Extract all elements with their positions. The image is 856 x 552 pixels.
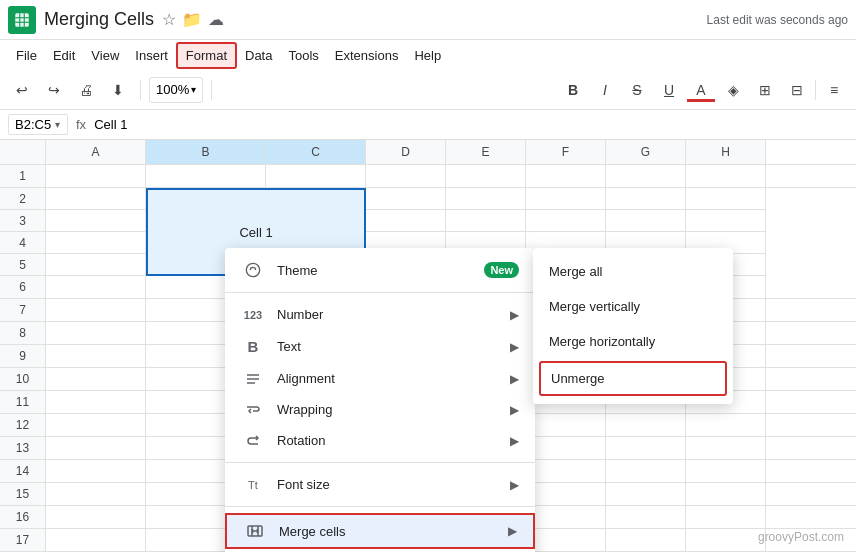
strikethrough-button[interactable]: S (623, 76, 651, 104)
cell-c1[interactable] (266, 165, 366, 187)
cell-a2[interactable] (46, 188, 146, 210)
cell-d2[interactable] (366, 188, 446, 210)
cell-f14[interactable] (526, 460, 606, 482)
cell-h14[interactable] (686, 460, 766, 482)
cell-a9[interactable] (46, 345, 146, 367)
text-color-button[interactable]: A (687, 76, 715, 104)
cell-f15[interactable] (526, 483, 606, 505)
cell-a10[interactable] (46, 368, 146, 390)
cell-g13[interactable] (606, 437, 686, 459)
bold-button[interactable]: B (559, 76, 587, 104)
cell-g15[interactable] (606, 483, 686, 505)
cell-a8[interactable] (46, 322, 146, 344)
row-num-12: 12 (0, 414, 46, 436)
menu-edit[interactable]: Edit (45, 44, 83, 67)
fill-color-button[interactable]: ◈ (719, 76, 747, 104)
cell-f2[interactable] (526, 188, 606, 210)
cell-d3[interactable] (366, 210, 446, 232)
cell-b1[interactable] (146, 165, 266, 187)
dropdown-rotation[interactable]: Rotation ▶ (225, 425, 535, 456)
cell-h16[interactable] (686, 506, 766, 528)
redo-button[interactable]: ↪ (40, 76, 68, 104)
cell-g17[interactable] (606, 529, 686, 551)
cell-f12[interactable] (526, 414, 606, 436)
cell-h12[interactable] (686, 414, 766, 436)
cell-h1[interactable] (686, 165, 766, 187)
row-num-17: 17 (0, 529, 46, 551)
cell-g16[interactable] (606, 506, 686, 528)
submenu-merge-horizontally[interactable]: Merge horizontally (533, 324, 733, 359)
align-button[interactable]: ≡ (820, 76, 848, 104)
menu-tools[interactable]: Tools (280, 44, 326, 67)
dropdown-wrapping[interactable]: Wrapping ▶ (225, 394, 535, 425)
dropdown-font-size[interactable]: Tt Font size ▶ (225, 469, 535, 500)
cell-e3[interactable] (446, 210, 526, 232)
dropdown-theme[interactable]: Theme New (225, 254, 535, 286)
cell-g3[interactable] (606, 210, 686, 232)
cell-g14[interactable] (606, 460, 686, 482)
cell-a6[interactable] (46, 276, 146, 298)
cell-a12[interactable] (46, 414, 146, 436)
folder-icon[interactable]: 📁 (182, 10, 202, 29)
submenu-merge-vertically[interactable]: Merge vertically (533, 289, 733, 324)
cell-e2[interactable] (446, 188, 526, 210)
cell-a15[interactable] (46, 483, 146, 505)
cell-h13[interactable] (686, 437, 766, 459)
cell-g1[interactable] (606, 165, 686, 187)
cell-a1[interactable] (46, 165, 146, 187)
corner-header (0, 140, 46, 164)
zoom-select[interactable]: 100% ▾ (149, 77, 203, 103)
cell-f17[interactable] (526, 529, 606, 551)
svg-rect-0 (15, 13, 29, 27)
cell-reference[interactable]: B2:C5 ▾ (8, 114, 68, 135)
menu-file[interactable]: File (8, 44, 45, 67)
font-size-arrow-icon: ▶ (510, 478, 519, 492)
cell-a13[interactable] (46, 437, 146, 459)
menu-view[interactable]: View (83, 44, 127, 67)
cell-h3[interactable] (686, 210, 766, 232)
cell-a3[interactable] (46, 210, 146, 232)
cell-f1[interactable] (526, 165, 606, 187)
borders-button[interactable]: ⊞ (751, 76, 779, 104)
cell-a11[interactable] (46, 391, 146, 413)
formula-input[interactable] (94, 117, 848, 132)
italic-button[interactable]: I (591, 76, 619, 104)
submenu-merge-all[interactable]: Merge all (533, 254, 733, 289)
cloud-icon[interactable]: ☁ (208, 10, 224, 29)
dropdown-sep-1 (225, 292, 535, 293)
cell-g2[interactable] (606, 188, 686, 210)
cell-e1[interactable] (446, 165, 526, 187)
dropdown-merge-cells[interactable]: Merge cells ▶ (225, 513, 535, 549)
svg-point-5 (246, 263, 259, 276)
cell-f13[interactable] (526, 437, 606, 459)
undo-button[interactable]: ↩ (8, 76, 36, 104)
dropdown-alignment[interactable]: Alignment ▶ (225, 363, 535, 394)
cell-h15[interactable] (686, 483, 766, 505)
cell-f16[interactable] (526, 506, 606, 528)
paint-button[interactable]: ⬇ (104, 76, 132, 104)
dropdown-number[interactable]: 123 Number ▶ (225, 299, 535, 330)
menu-extensions[interactable]: Extensions (327, 44, 407, 67)
cell-a4[interactable] (46, 232, 146, 254)
cell-d1[interactable] (366, 165, 446, 187)
underline-button[interactable]: U (655, 76, 683, 104)
dropdown-text[interactable]: B Text ▶ (225, 330, 535, 363)
menu-format[interactable]: Format (176, 42, 237, 69)
menu-help[interactable]: Help (406, 44, 449, 67)
submenu-unmerge[interactable]: Unmerge (539, 361, 727, 396)
cell-h2[interactable] (686, 188, 766, 210)
cell-h17[interactable] (686, 529, 766, 551)
toolbar: ↩ ↪ 🖨 ⬇ 100% ▾ B I S U A ◈ ⊞ ⊟ ≡ (0, 70, 856, 110)
menu-insert[interactable]: Insert (127, 44, 176, 67)
cell-a5[interactable] (46, 254, 146, 276)
cell-a17[interactable] (46, 529, 146, 551)
cell-g12[interactable] (606, 414, 686, 436)
cell-a14[interactable] (46, 460, 146, 482)
menu-data[interactable]: Data (237, 44, 280, 67)
cell-a7[interactable] (46, 299, 146, 321)
star-icon[interactable]: ☆ (162, 10, 176, 29)
print-button[interactable]: 🖨 (72, 76, 100, 104)
merge-button[interactable]: ⊟ (783, 76, 811, 104)
cell-a16[interactable] (46, 506, 146, 528)
cell-f3[interactable] (526, 210, 606, 232)
